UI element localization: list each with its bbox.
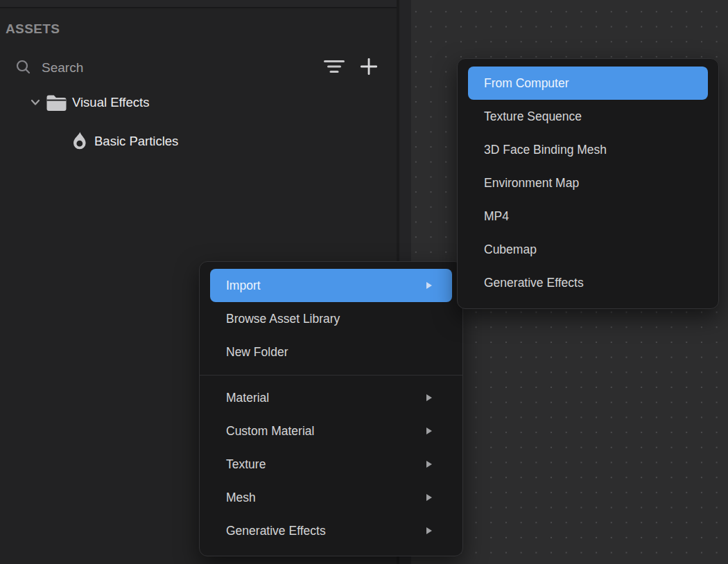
menu-item-label: New Folder: [226, 345, 288, 360]
submenu-arrow-icon: [426, 527, 432, 534]
tree-item-basic-particles[interactable]: Basic Particles: [0, 131, 397, 152]
menu-item-label: Custom Material: [226, 424, 314, 439]
submenu-arrow-icon: [426, 428, 432, 434]
tree-item-label: Visual Effects: [72, 92, 149, 113]
menu-item-mesh[interactable]: Mesh: [200, 481, 462, 514]
assets-panel-title: ASSETS: [6, 21, 60, 37]
search-input[interactable]: [40, 55, 237, 80]
menu-separator: [200, 375, 462, 376]
submenu-item-mp4[interactable]: MP4: [458, 200, 718, 233]
menu-item-label: Import: [226, 279, 261, 293]
plus-icon: [359, 57, 379, 78]
filter-icon: [321, 58, 347, 77]
menu-item-generative-effects[interactable]: Generative Effects: [200, 514, 462, 547]
menu-item-label: Material: [226, 391, 269, 405]
submenu-item-environment-map[interactable]: Environment Map: [458, 166, 718, 200]
submenu-arrow-icon: [426, 461, 432, 468]
search-row: [0, 55, 397, 79]
add-asset-button[interactable]: [355, 55, 383, 79]
search-icon: [15, 59, 32, 78]
menu-item-label: Generative Effects: [484, 276, 584, 290]
chevron-down-icon[interactable]: [29, 97, 42, 111]
tree-item-visual-effects[interactable]: Visual Effects: [0, 92, 397, 113]
tree-item-label: Basic Particles: [94, 131, 178, 152]
panel-top-strip: [0, 0, 397, 8]
submenu-arrow-icon: [426, 282, 432, 289]
import-submenu: From Computer Texture Sequence 3D Face B…: [457, 58, 719, 309]
filter-button[interactable]: [319, 55, 349, 79]
submenu-item-generative-effects[interactable]: Generative Effects: [458, 266, 718, 299]
menu-item-label: Browse Asset Library: [226, 312, 340, 326]
menu-item-new-folder[interactable]: New Folder: [200, 335, 462, 369]
menu-item-label: From Computer: [484, 76, 569, 91]
submenu-item-cubemap[interactable]: Cubemap: [458, 233, 718, 266]
menu-item-label: Generative Effects: [226, 524, 326, 538]
menu-item-label: Environment Map: [484, 176, 579, 191]
submenu-item-texture-sequence[interactable]: Texture Sequence: [458, 100, 718, 133]
menu-item-label: Cubemap: [484, 243, 537, 257]
menu-item-label: Mesh: [226, 491, 256, 505]
menu-item-label: Texture: [226, 457, 266, 472]
menu-item-label: 3D Face Binding Mesh: [484, 143, 607, 157]
submenu-item-from-computer[interactable]: From Computer: [468, 67, 708, 100]
flame-icon: [70, 131, 89, 155]
menu-item-custom-material[interactable]: Custom Material: [200, 414, 462, 448]
menu-item-label: MP4: [484, 209, 509, 224]
submenu-item-3d-face-binding-mesh[interactable]: 3D Face Binding Mesh: [458, 133, 718, 166]
folder-icon: [46, 94, 67, 115]
menu-item-material[interactable]: Material: [200, 381, 462, 414]
submenu-arrow-icon: [426, 494, 432, 501]
menu-item-label: Texture Sequence: [484, 109, 582, 124]
menu-item-texture[interactable]: Texture: [200, 448, 462, 481]
menu-item-browse-asset-library[interactable]: Browse Asset Library: [200, 302, 462, 335]
menu-item-import[interactable]: Import: [210, 269, 452, 302]
assets-context-menu: Import Browse Asset Library New Folder M…: [199, 261, 463, 556]
submenu-arrow-icon: [426, 394, 432, 401]
